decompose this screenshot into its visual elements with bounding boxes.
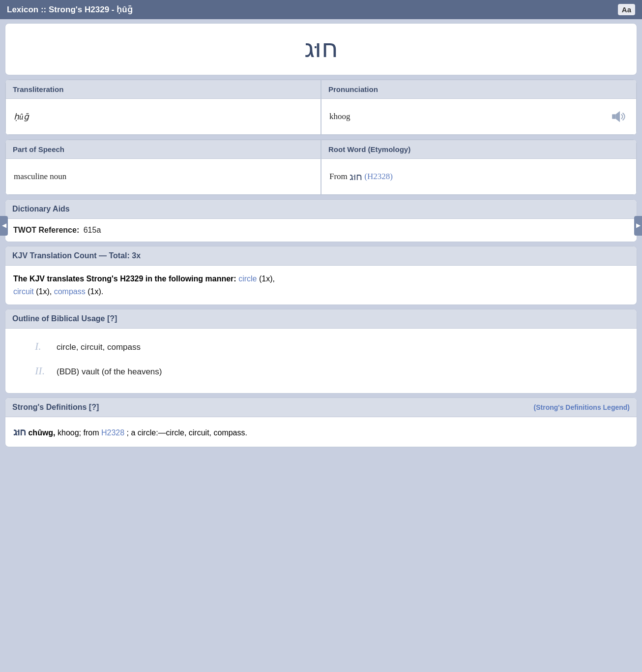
strongs-word-name: chûwg,	[28, 428, 55, 437]
pronunciation-header: Pronunciation	[321, 80, 636, 99]
pronunciation-col: Pronunciation khoog	[321, 80, 637, 135]
strongs-definition: ; a circle:—circle, circuit, compass.	[127, 428, 247, 437]
speaker-icon[interactable]	[612, 110, 628, 123]
main-content: חוּג Transliteration ḥûḡ Pronunciation k…	[0, 19, 642, 451]
strongs-pronunc: khoog; from	[58, 428, 101, 437]
strongs-card: Strong's Definitions [?] (Strong's Defin…	[5, 397, 637, 447]
kjv-bold-text: The KJV translates Strong's H2329 in the…	[13, 275, 236, 283]
kjv-header: KJV Translation Count — Total: 3x	[5, 246, 637, 266]
nav-arrow-right[interactable]: ▶	[634, 216, 642, 236]
hebrew-heading-card: חוּג	[5, 23, 637, 75]
title-bar-text: Lexicon :: Strong's H2329 - ḥûḡ	[7, 4, 133, 15]
strongs-body: חוּג chûwg, khoog; from H2328 ; a circle…	[5, 417, 637, 447]
rootword-col: Root Word (Etymology) From חוּג (H2328)	[321, 140, 637, 195]
twot-ref: TWOT Reference: 615a	[13, 226, 101, 234]
font-size-button[interactable]: Aa	[618, 4, 635, 15]
kjv-compass-link[interactable]: compass	[54, 287, 86, 296]
hebrew-word: חוּג	[5, 24, 637, 75]
rootword-prefix: From	[329, 172, 348, 182]
rootword-hebrew: חוּג	[350, 171, 362, 183]
strongs-legend[interactable]: (Strong's Definitions Legend)	[534, 403, 630, 411]
usage-list: I. circle, circuit, compass II. (BDB) va…	[5, 329, 637, 393]
pronunciation-value: khoog	[329, 112, 350, 122]
title-bar: Lexicon :: Strong's H2329 - ḥûḡ Aa	[0, 0, 642, 19]
svg-marker-1	[616, 111, 620, 122]
strongs-header-label[interactable]: Strong's Definitions [?]	[12, 403, 99, 412]
kjv-circle-link[interactable]: circle	[238, 275, 257, 283]
pos-header: Part of Speech	[6, 140, 321, 159]
usage-text-1: circle, circuit, compass	[57, 340, 141, 355]
svg-rect-0	[612, 114, 615, 119]
rootword-body: From חוּג (H2328)	[321, 159, 636, 194]
nav-arrow-left[interactable]: ◀	[0, 216, 8, 236]
pos-col: Part of Speech masculine noun	[5, 140, 321, 195]
usage-card: Outline of Biblical Usage [?] I. circle,…	[5, 309, 637, 394]
strongs-hebrew-glyph: חוּג	[13, 427, 26, 437]
dictionary-aids-body: TWOT Reference: 615a	[5, 219, 637, 242]
rootword-header: Root Word (Etymology)	[321, 140, 636, 159]
pronunciation-body: khoog	[321, 99, 636, 134]
transliteration-col: Transliteration ḥûḡ	[5, 80, 321, 135]
transliteration-header: Transliteration	[6, 80, 321, 99]
twot-value: 615a	[84, 226, 101, 234]
kjv-body: The KJV translates Strong's H2329 in the…	[5, 266, 637, 305]
kjv-card: KJV Translation Count — Total: 3x The KJ…	[5, 246, 637, 305]
dictionary-aids-header: Dictionary Aids	[5, 200, 637, 219]
usage-header: Outline of Biblical Usage [?]	[5, 309, 637, 329]
usage-num-1: I.	[35, 336, 57, 356]
usage-item-2: II. (BDB) vault (of the heavens)	[35, 361, 627, 381]
kjv-circuit-count: (1x),	[36, 287, 54, 296]
kjv-circuit-link[interactable]: circuit	[13, 287, 34, 296]
transliteration-value: ḥûḡ	[6, 99, 321, 134]
trans-pronunc-card: Transliteration ḥûḡ Pronunciation khoog	[5, 79, 637, 135]
kjv-circle: circle (1x),	[238, 275, 275, 283]
pos-rootword-card: Part of Speech masculine noun Root Word …	[5, 139, 637, 195]
pos-value: masculine noun	[6, 159, 321, 194]
strongs-h2328-link[interactable]: H2328	[101, 428, 124, 437]
pronunciation-row: khoog	[329, 110, 628, 123]
twot-label: TWOT Reference:	[13, 226, 79, 234]
dictionary-aids-card: Dictionary Aids TWOT Reference: 615a	[5, 199, 637, 242]
rootword-link[interactable]: (H2328)	[364, 172, 393, 182]
strongs-header: Strong's Definitions [?] (Strong's Defin…	[5, 398, 637, 417]
usage-text-2: (BDB) vault (of the heavens)	[57, 365, 162, 380]
kjv-compass-count: (1x).	[88, 287, 103, 296]
usage-num-2: II.	[35, 361, 57, 381]
usage-item-1: I. circle, circuit, compass	[35, 336, 627, 356]
